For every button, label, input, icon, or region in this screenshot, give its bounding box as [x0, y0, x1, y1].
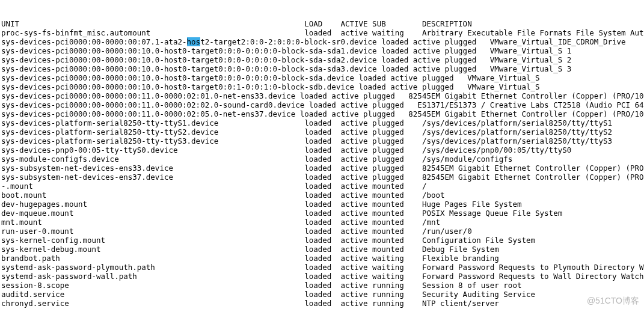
- unit-row: session-8.scope loaded active running Se…: [1, 281, 644, 290]
- unit-row: sys-devices-platform-serial8250-tty-ttyS…: [1, 127, 644, 136]
- unit-row: dev-hugepages.mount loaded active mounte…: [1, 200, 644, 209]
- unit-row: sys-kernel-config.mount loaded active mo…: [1, 236, 644, 245]
- unit-row: brandbot.path loaded active waiting Flex…: [1, 254, 644, 263]
- unit-row: sys-devices-pci0000:00-0000:00:10.0-host…: [1, 55, 644, 64]
- watermark: @51CTO博客: [587, 296, 639, 305]
- unit-row: sys-subsystem-net-devices-ens37.device l…: [1, 173, 644, 182]
- unit-row: sys-devices-pci0000:00-0000:00:10.0-host…: [1, 46, 644, 55]
- unit-row: sys-devices-pci0000:00-0000:00:11.0-0000…: [1, 109, 644, 118]
- unit-row: dev-mqueue.mount loaded active mounted P…: [1, 209, 644, 218]
- unit-row: systemd-ask-password-plymouth.path loade…: [1, 263, 644, 272]
- unit-row: sys-devices-platform-serial8250-tty-ttyS…: [1, 118, 644, 127]
- unit-row: sys-module-configfs.device loaded active…: [1, 154, 644, 164]
- unit-row: sys-devices-pci0000:00-0000:00:10.0-host…: [1, 82, 644, 91]
- unit-row: chronyd.service loaded active running NT…: [1, 299, 644, 308]
- unit-row: run-user-0.mount loaded active mounted /…: [1, 227, 644, 236]
- terminal-output: UNIT LOAD ACTIVE SUB DESCRIPTIONproc-sys…: [0, 18, 644, 309]
- unit-row: sys-subsystem-net-devices-ens33.device l…: [1, 164, 644, 173]
- unit-row: systemd-ask-password-wall.path loaded ac…: [1, 272, 644, 281]
- unit-row: auditd.service loaded active running Sec…: [1, 290, 644, 299]
- unit-row: -.mount loaded active mounted /: [1, 182, 644, 191]
- header-row: UNIT LOAD ACTIVE SUB DESCRIPTION: [1, 19, 644, 28]
- unit-row: mnt.mount loaded active mounted /mnt: [1, 218, 644, 227]
- unit-row: sys-devices-pci0000:00-0000:00:10.0-host…: [1, 64, 644, 73]
- unit-row: sys-devices-platform-serial8250-tty-ttyS…: [1, 136, 644, 145]
- text-selection: hos: [187, 37, 201, 46]
- unit-row: sys-devices-pci0000:00-0000:00:07.1-ata2…: [1, 37, 644, 46]
- unit-row: sys-devices-pci0000:00-0000:00:11.0-0000…: [1, 91, 644, 100]
- unit-row: boot.mount loaded active mounted /boot: [1, 191, 644, 200]
- unit-row: sys-kernel-debug.mount loaded active mou…: [1, 245, 644, 254]
- unit-row: sys-devices-pnp0-00:05-tty-ttyS0.device …: [1, 145, 644, 154]
- unit-row: sys-devices-pci0000:00-0000:00:10.0-host…: [1, 73, 644, 82]
- unit-row: sys-devices-pci0000:00-0000:00:11.0-0000…: [1, 100, 644, 109]
- unit-row: proc-sys-fs-binfmt_misc.automount loaded…: [1, 28, 644, 37]
